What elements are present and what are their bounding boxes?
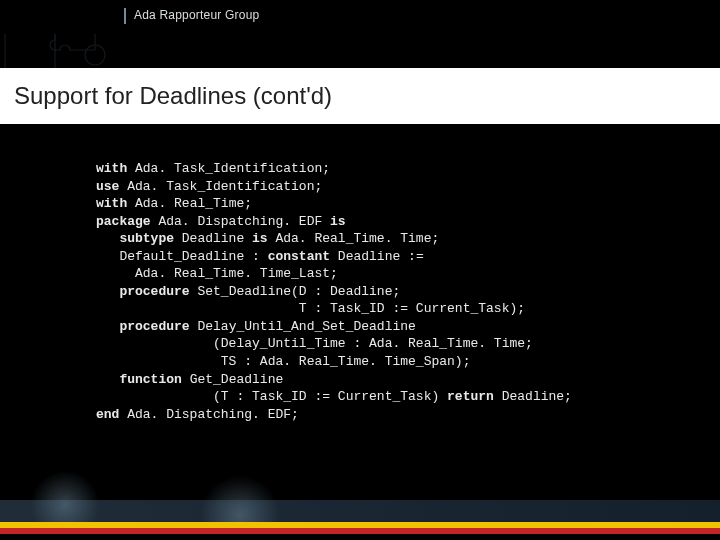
code-text: Deadline;: [494, 389, 572, 404]
code-text: TS : Ada. Real_Time. Time_Span);: [96, 354, 470, 369]
kw-end: end: [96, 407, 119, 422]
footer-stripe-black: [0, 534, 720, 540]
code-text: Ada. Real_Time;: [127, 196, 252, 211]
code-text: Ada. Task_Identification;: [127, 161, 330, 176]
kw-use: use: [96, 179, 119, 194]
code-text: Delay_Until_And_Set_Deadline: [190, 319, 416, 334]
code-text: (T : Task_ID := Current_Task): [96, 389, 447, 404]
kw-return: return: [447, 389, 494, 404]
code-text: Set_Deadline(D : Deadline;: [190, 284, 401, 299]
code-text: Ada. Real_Time. Time_Last;: [96, 266, 338, 281]
code-indent: [96, 372, 119, 387]
code-indent: [96, 231, 119, 246]
code-text: Ada. Real_Time. Time;: [268, 231, 440, 246]
code-block: with Ada. Task_Identification; use Ada. …: [96, 160, 572, 423]
header-group-label: Ada Rapporteur Group: [134, 8, 259, 22]
title-band: Support for Deadlines (cont'd): [0, 68, 720, 124]
code-indent: [96, 319, 119, 334]
kw-is-2: is: [252, 231, 268, 246]
kw-subtype: subtype: [119, 231, 174, 246]
footer: [0, 500, 720, 540]
header-divider: [124, 8, 126, 24]
kw-function: function: [119, 372, 181, 387]
slide-title: Support for Deadlines (cont'd): [14, 82, 332, 110]
code-indent: [96, 284, 119, 299]
kw-with-1: with: [96, 161, 127, 176]
code-text: T : Task_ID := Current_Task);: [96, 301, 525, 316]
code-text: Default_Deadline :: [96, 249, 268, 264]
kw-with-2: with: [96, 196, 127, 211]
kw-is-1: is: [330, 214, 346, 229]
kw-package: package: [96, 214, 151, 229]
kw-constant: constant: [268, 249, 330, 264]
code-text: (Delay_Until_Time : Ada. Real_Time. Time…: [96, 336, 533, 351]
code-text: Ada. Dispatching. EDF;: [119, 407, 298, 422]
kw-procedure-1: procedure: [119, 284, 189, 299]
code-text: Ada. Task_Identification;: [119, 179, 322, 194]
header: Ada Rapporteur Group: [0, 0, 720, 34]
code-text: Get_Deadline: [182, 372, 283, 387]
kw-procedure-2: procedure: [119, 319, 189, 334]
footer-texture: [0, 500, 720, 522]
code-text: Ada. Dispatching. EDF: [151, 214, 330, 229]
code-text: Deadline: [174, 231, 252, 246]
slide: Ada Rapporteur Group Support for Deadlin…: [0, 0, 720, 540]
code-text: Deadline :=: [330, 249, 424, 264]
